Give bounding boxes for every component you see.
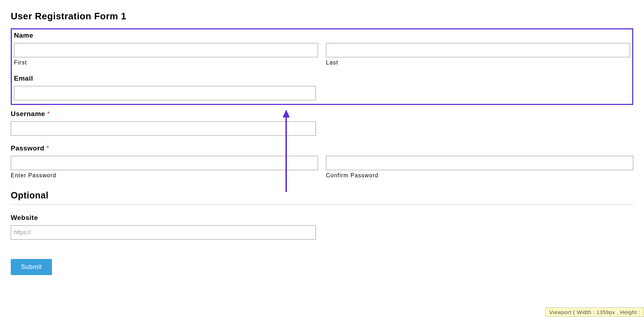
submit-button[interactable]: Submit	[11, 259, 52, 275]
password-label-text: Password	[11, 144, 44, 152]
name-field-block: Name First Last	[12, 32, 632, 66]
enter-password-sublabel: Enter Password	[11, 172, 318, 179]
last-name-input[interactable]	[326, 43, 630, 57]
optional-section-title: Optional	[11, 190, 633, 201]
highlighted-section: Name First Last Email	[11, 28, 633, 105]
password-field-block: Password * Enter Password Confirm Passwo…	[11, 144, 633, 179]
enter-password-input[interactable]	[11, 156, 318, 170]
password-label: Password *	[11, 144, 633, 152]
website-field-block: Website	[11, 214, 633, 240]
name-label: Name	[14, 32, 630, 39]
email-field-block: Email	[12, 75, 632, 100]
required-asterisk: *	[47, 144, 49, 152]
username-label-text: Username	[11, 110, 45, 117]
website-label: Website	[11, 214, 633, 222]
website-input[interactable]	[11, 225, 316, 240]
last-name-sublabel: Last	[326, 59, 630, 66]
required-asterisk: *	[47, 110, 50, 117]
page-title: User Registration Form 1	[11, 11, 633, 22]
section-divider	[11, 204, 633, 205]
first-name-sublabel: First	[14, 59, 318, 66]
email-input[interactable]	[14, 86, 316, 100]
email-label: Email	[14, 75, 630, 82]
confirm-password-input[interactable]	[326, 156, 633, 170]
username-label: Username *	[11, 110, 633, 118]
form-container: User Registration Form 1 Name First Last…	[0, 0, 644, 282]
first-name-input[interactable]	[14, 43, 318, 57]
confirm-password-sublabel: Confirm Password	[326, 172, 633, 179]
username-field-block: Username *	[11, 110, 633, 136]
username-input[interactable]	[11, 121, 316, 136]
